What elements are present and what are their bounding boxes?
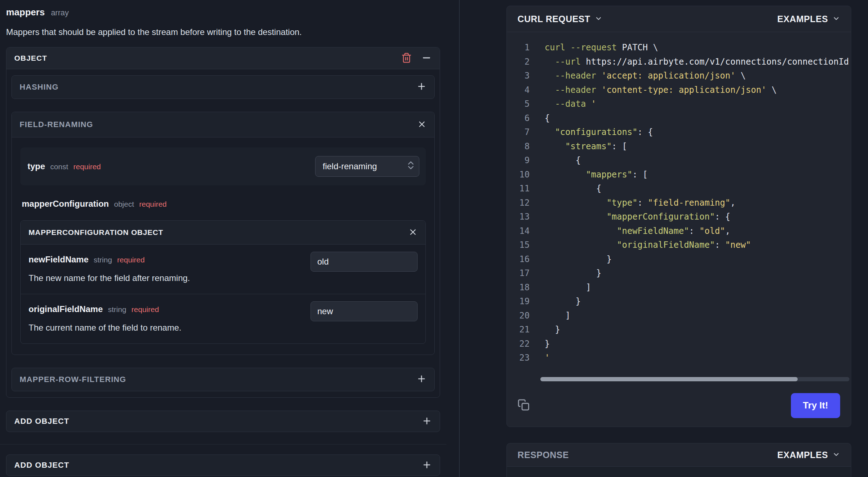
- remove-mapper-configuration-button[interactable]: [408, 227, 418, 238]
- trash-icon: [401, 52, 412, 64]
- add-object-label: ADD OBJECT: [14, 417, 69, 426]
- line-number: 11: [507, 182, 530, 196]
- mapper-row-filtering-section-label: MAPPER-ROW-FILTERING: [20, 375, 126, 384]
- code-line: 14 "newFieldName": "old",: [507, 224, 851, 239]
- code-line: 23': [507, 351, 851, 365]
- code-text: "type": "field-renaming",: [530, 196, 736, 210]
- property-description: The current name of the field to rename.: [29, 323, 418, 333]
- field-description: Mappers that should be applied to the st…: [6, 27, 440, 37]
- response-header: RESPONSE EXAMPLES: [507, 443, 851, 467]
- pane-divider: [459, 0, 460, 477]
- plus-icon: [417, 374, 427, 385]
- code-text: "originalFieldName": "new": [530, 238, 751, 252]
- code-line: 18 ]: [507, 281, 851, 295]
- code-text: }: [530, 337, 550, 351]
- mapper-configuration-card-header: MAPPERCONFIGURATION OBJECT: [21, 221, 425, 245]
- property-kind: string: [108, 305, 126, 313]
- curl-request-dropdown[interactable]: CURL REQUEST: [518, 14, 602, 24]
- add-object-button[interactable]: ADD OBJECT: [6, 411, 440, 432]
- field-name: mappers: [6, 7, 45, 17]
- hashing-section-label: HASHING: [20, 82, 59, 92]
- field-renaming-section-body: type const required field-renaming: [12, 137, 434, 355]
- code-line: 19 }: [507, 295, 851, 309]
- code-text: }: [530, 266, 601, 281]
- line-number: 21: [507, 323, 530, 337]
- code-text: ]: [530, 309, 570, 323]
- plus-icon: [422, 460, 432, 471]
- code-line: 5 --data ': [507, 97, 851, 111]
- hashing-section-toggle[interactable]: HASHING: [11, 75, 435, 99]
- field-renaming-section-label: FIELD-RENAMING: [20, 120, 93, 129]
- field-renaming-section: FIELD-RENAMING type: [11, 112, 435, 355]
- code-line: 9 {: [507, 154, 851, 168]
- mapper-configuration-card-title: MAPPERCONFIGURATION OBJECT: [29, 228, 163, 237]
- code-text: "configurations": {: [530, 125, 653, 140]
- plus-icon: [422, 416, 432, 427]
- code-line: 17 }: [507, 266, 851, 281]
- mapper-configuration-property: mapperConfiguration object required: [20, 199, 426, 209]
- curl-request-title: CURL REQUEST: [518, 14, 590, 24]
- curl-request-header: CURL REQUEST EXAMPLES: [507, 6, 851, 32]
- line-number: 7: [507, 125, 530, 140]
- type-select[interactable]: field-renaming: [315, 156, 419, 177]
- copy-code-button[interactable]: [518, 399, 530, 412]
- line-number: 6: [507, 111, 530, 126]
- code-line: 2 --url https://api.airbyte.com/v1/conne…: [507, 55, 851, 69]
- code-text: {: [530, 182, 601, 196]
- response-examples-dropdown[interactable]: EXAMPLES: [777, 450, 840, 460]
- object-card-header: OBJECT: [6, 47, 440, 69]
- line-number: 4: [507, 83, 530, 97]
- code-text: {: [530, 154, 581, 168]
- code-text: "streams": [: [530, 140, 627, 154]
- property-required-badge: required: [73, 162, 101, 171]
- line-number: 15: [507, 238, 530, 252]
- property-name: newFieldName: [29, 255, 89, 264]
- try-it-button[interactable]: Try It!: [791, 393, 840, 418]
- field-heading: mappers array: [6, 6, 440, 19]
- schema-pane: mappers array Mappers that should be app…: [0, 0, 446, 476]
- new-field-name-input[interactable]: [311, 252, 418, 272]
- line-number: 9: [507, 154, 530, 168]
- code-line: 4 --header 'content-type: application/js…: [507, 83, 851, 97]
- add-array-item-button[interactable]: ADD OBJECT: [6, 455, 440, 476]
- delete-object-button[interactable]: [401, 52, 412, 64]
- chevron-down-icon: [595, 15, 602, 24]
- curl-request-panel: CURL REQUEST EXAMPLES: [506, 6, 851, 427]
- code-text: "mapperConfiguration": {: [530, 210, 730, 224]
- code-text: --url https://api.airbyte.com/v1/connect…: [530, 55, 849, 69]
- chevron-down-icon: [832, 15, 840, 24]
- object-card-body: HASHING FIELD-RENAMING: [6, 69, 440, 397]
- type-select-value: field-renaming: [323, 161, 377, 171]
- code-line: 22}: [507, 337, 851, 351]
- remove-field-renaming-button[interactable]: [417, 120, 427, 130]
- property-description: The new name for the field after renamin…: [29, 273, 418, 283]
- line-number: 2: [507, 55, 530, 69]
- collapse-object-button[interactable]: [421, 52, 432, 64]
- code-text: ': [530, 351, 550, 365]
- line-number: 13: [507, 210, 530, 224]
- property-required-badge: required: [131, 305, 159, 313]
- code-line: 8 "streams": [: [507, 140, 851, 154]
- x-icon: [417, 120, 427, 130]
- request-pane: CURL REQUEST EXAMPLES: [506, 6, 851, 477]
- original-field-name-input[interactable]: [311, 301, 418, 321]
- code-text: --data ': [530, 97, 596, 111]
- line-number: 3: [507, 69, 530, 83]
- code-line: 3 --header 'accept: application/json' \: [507, 69, 851, 83]
- code-text: --header 'accept: application/json' \: [530, 69, 746, 83]
- request-examples-dropdown[interactable]: EXAMPLES: [777, 14, 840, 24]
- add-array-item-label: ADD OBJECT: [14, 461, 69, 470]
- scrollbar-thumb[interactable]: [540, 377, 798, 381]
- code-text: }: [530, 252, 612, 267]
- line-number: 17: [507, 266, 530, 281]
- code-line: 21 }: [507, 323, 851, 337]
- type-property-row: type const required field-renaming: [20, 147, 426, 185]
- code-text: "mappers": [: [530, 168, 648, 182]
- horizontal-scrollbar[interactable]: [540, 377, 849, 381]
- mapper-row-filtering-section-toggle[interactable]: MAPPER-ROW-FILTERING: [11, 368, 435, 391]
- code-line: 10 "mappers": [: [507, 168, 851, 182]
- x-icon: [408, 227, 418, 238]
- line-number: 5: [507, 97, 530, 111]
- code-line: 12 "type": "field-renaming",: [507, 196, 851, 210]
- line-number: 8: [507, 140, 530, 154]
